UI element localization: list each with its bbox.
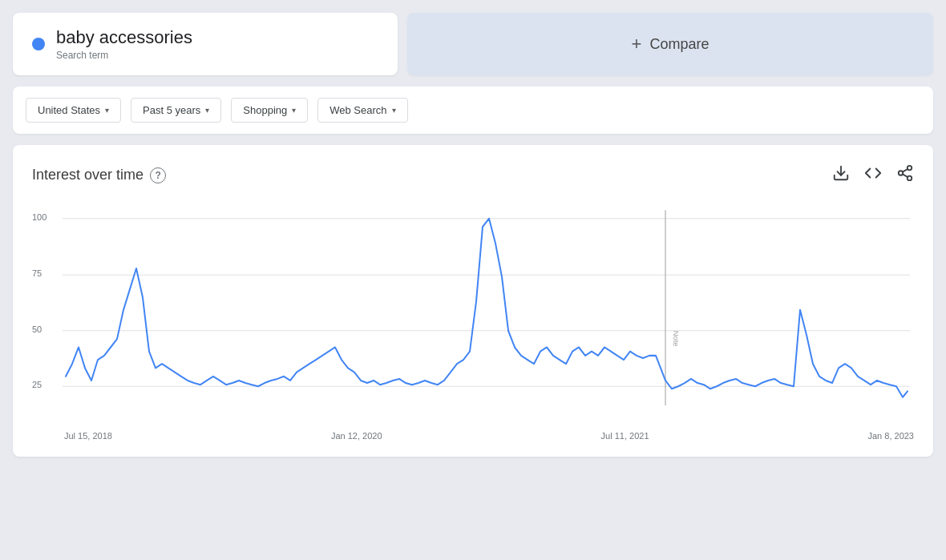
- svg-text:75: 75: [32, 268, 42, 278]
- chart-title-area: Interest over time ?: [32, 167, 166, 183]
- download-button[interactable]: [832, 164, 850, 186]
- svg-text:100: 100: [32, 212, 46, 222]
- svg-text:Note: Note: [672, 331, 680, 347]
- x-label-2: Jul 11, 2021: [601, 431, 649, 441]
- time-chevron-icon: ▾: [205, 106, 209, 115]
- chart-header: Interest over time ?: [32, 164, 914, 186]
- chart-card: Interest over time ?: [13, 145, 933, 457]
- search-term-text: baby accessories Search term: [56, 27, 192, 61]
- x-label-3: Jan 8, 2023: [868, 431, 915, 441]
- search-type-filter[interactable]: Web Search ▾: [317, 98, 407, 123]
- region-filter[interactable]: United States ▾: [26, 98, 121, 123]
- region-chevron-icon: ▾: [105, 106, 109, 115]
- share-button[interactable]: [896, 164, 914, 186]
- category-chevron-icon: ▾: [292, 106, 296, 115]
- x-label-0: Jul 15, 2018: [64, 431, 112, 441]
- time-filter-label: Past 5 years: [143, 104, 200, 116]
- compare-label: Compare: [649, 36, 709, 53]
- x-axis-labels: Jul 15, 2018 Jan 12, 2020 Jul 11, 2021 J…: [32, 426, 914, 441]
- search-term-sublabel: Search term: [56, 50, 192, 61]
- category-filter[interactable]: Shopping ▾: [231, 98, 308, 123]
- search-term-card: baby accessories Search term: [13, 13, 398, 75]
- search-term-label: baby accessories: [56, 27, 192, 48]
- region-filter-label: United States: [38, 104, 100, 116]
- help-icon[interactable]: ?: [150, 167, 166, 183]
- chart-actions: [832, 164, 914, 186]
- search-type-chevron-icon: ▾: [392, 106, 396, 115]
- category-filter-label: Shopping: [243, 104, 287, 116]
- top-row: baby accessories Search term + Compare: [13, 13, 933, 75]
- svg-line-4: [903, 174, 908, 177]
- chart-title: Interest over time: [32, 167, 144, 183]
- embed-button[interactable]: [864, 164, 882, 186]
- term-dot: [32, 38, 45, 50]
- time-filter[interactable]: Past 5 years ▾: [131, 98, 221, 123]
- compare-button[interactable]: + Compare: [407, 13, 933, 75]
- interest-chart: 100 75 50 25 Note: [32, 202, 914, 426]
- compare-plus-icon: +: [632, 34, 642, 54]
- svg-text:50: 50: [32, 324, 42, 334]
- svg-line-5: [903, 169, 908, 172]
- svg-text:25: 25: [32, 380, 42, 389]
- x-label-1: Jan 12, 2020: [331, 431, 382, 441]
- search-type-filter-label: Web Search: [329, 104, 386, 116]
- chart-area: 100 75 50 25 Note: [32, 202, 914, 426]
- filters-row: United States ▾ Past 5 years ▾ Shopping …: [13, 87, 933, 134]
